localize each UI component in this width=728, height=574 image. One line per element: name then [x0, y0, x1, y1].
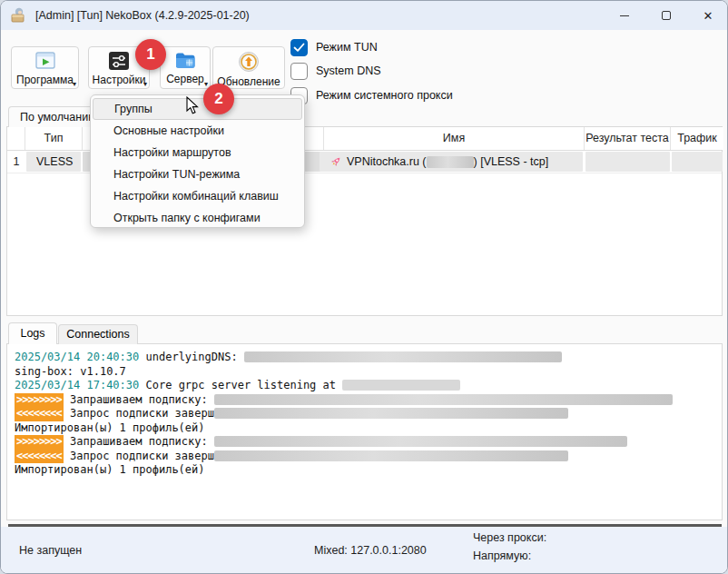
settings-button-label: Настройки	[93, 74, 146, 86]
log-line: <<<<<<<< Запрос подписки заверш	[15, 407, 722, 421]
table-corner-header	[7, 127, 25, 150]
log-line: sing-box: v1.10.7	[15, 365, 722, 380]
server-button[interactable]: Сервер ▾	[160, 46, 211, 89]
log-line: Импортирован(ы) 1 профиль(ей)	[15, 421, 722, 436]
menu-item-route-settings[interactable]: Настройки маршрутов	[91, 142, 304, 163]
update-icon	[238, 51, 260, 76]
maximize-button[interactable]	[645, 1, 687, 30]
tun-mode-checkbox-row[interactable]: Режим TUN	[290, 38, 378, 56]
menu-item-tun-settings[interactable]: Настройки TUN-режима	[91, 163, 304, 185]
profile-group-tab[interactable]: По умолчанию	[8, 106, 99, 127]
log-output: 2025/03/14 20:40:30 underlyingDNS: sing-…	[6, 343, 723, 520]
incoming-arrows-icon: <<<<<<<<	[15, 407, 64, 421]
menu-item-open-config-folder[interactable]: Открыть папку с конфигами	[91, 207, 304, 229]
system-proxy-label: Режим системного прокси	[316, 89, 453, 102]
program-button-label: Программа	[16, 74, 74, 86]
nekobox-window: [Admin] [Tun] NekoBox (4.2.9-2025-01-20)…	[0, 0, 728, 574]
log-line: <<<<<<<< Запрос подписки заверш	[15, 450, 722, 464]
log-line: 2025/03/14 17:40:30 Core grpc server lis…	[15, 379, 722, 393]
menu-item-hotkey-settings[interactable]: Настройки комбинаций клавиш	[91, 185, 304, 207]
minimize-button[interactable]	[604, 1, 645, 30]
log-line: >>>>>>>> Запрашиваем подписку:	[15, 435, 722, 450]
menu-item-basic-settings[interactable]: Основные настройки	[91, 120, 304, 142]
settings-dropdown-caret: ▾	[143, 81, 147, 88]
redacted-text	[214, 450, 568, 461]
titlebar: [Admin] [Tun] NekoBox (4.2.9-2025-01-20)…	[1, 1, 728, 30]
system-proxy-checkbox-row[interactable]: Режим системного прокси	[290, 86, 453, 104]
system-dns-label: System DNS	[316, 64, 381, 77]
incoming-arrows-icon: <<<<<<<<	[15, 450, 64, 464]
column-header-traffic[interactable]: Трафик	[671, 127, 723, 150]
server-button-label: Сервер	[166, 74, 204, 85]
server-name-suffix: ) [VLESS - tcp]	[474, 155, 549, 168]
server-name-prefix: VPNitochka.ru (	[347, 155, 427, 168]
splitter-handle[interactable]	[8, 524, 722, 527]
status-bar: Не запущен Mixed: 127.0.0.1:2080 Через п…	[1, 527, 728, 574]
update-button[interactable]: Обновление	[212, 46, 285, 89]
program-button[interactable]: Программа ▾	[11, 46, 79, 89]
run-state-label: Не запущен	[19, 544, 82, 557]
log-line: >>>>>>>> Запрашиваем подписку:	[15, 393, 722, 408]
program-icon	[34, 51, 56, 74]
system-dns-checkbox[interactable]	[290, 63, 308, 80]
server-name-redacted	[427, 156, 474, 168]
mouse-cursor-icon	[186, 96, 200, 119]
redacted-text	[244, 351, 562, 362]
system-dns-checkbox-row[interactable]: System DNS	[290, 62, 381, 80]
row-number: 1	[7, 152, 25, 172]
app-icon	[10, 7, 26, 27]
settings-icon	[108, 51, 130, 74]
tab-logs[interactable]: Logs	[8, 322, 57, 344]
mixed-port-label: Mixed: 127.0.0.1:2080	[314, 544, 427, 557]
minimize-icon	[620, 15, 629, 16]
row-test-result-cell[interactable]	[585, 152, 670, 172]
annotation-step-1-badge: 1	[135, 39, 166, 70]
column-header-test-result[interactable]: Результат теста	[585, 127, 671, 150]
check-icon	[293, 43, 305, 53]
direct-label: Напрямую:	[473, 549, 531, 562]
row-name-cell[interactable]: VPNitochka.ru ( ) [VLESS - tcp]	[320, 152, 583, 172]
outgoing-arrows-icon: >>>>>>>>	[15, 435, 64, 450]
row-traffic-cell[interactable]	[672, 152, 723, 172]
rocket-icon	[330, 155, 342, 168]
window-title: [Admin] [Tun] NekoBox (4.2.9-2025-01-20)	[35, 1, 250, 30]
close-button[interactable]: ✕	[687, 1, 728, 30]
redacted-text	[214, 408, 568, 419]
redacted-text	[214, 436, 627, 447]
tab-connections[interactable]: Connections	[58, 324, 138, 344]
row-type-cell[interactable]: VLESS	[26, 152, 81, 172]
maximize-icon	[662, 11, 671, 20]
redacted-text	[342, 380, 460, 391]
column-header-type[interactable]: Тип	[25, 127, 83, 150]
tun-mode-label: Режим TUN	[316, 41, 378, 54]
server-folder-icon	[174, 51, 196, 74]
via-proxy-label: Через прокси:	[473, 531, 546, 544]
close-icon: ✕	[703, 9, 713, 23]
column-header-name[interactable]: Имя	[324, 127, 585, 150]
program-dropdown-caret: ▾	[73, 81, 76, 88]
log-line: Импортирован(ы) 1 профиль(ей)	[15, 463, 722, 478]
annotation-step-2-badge: 2	[203, 84, 234, 114]
outgoing-arrows-icon: >>>>>>>>	[15, 393, 64, 408]
log-line: 2025/03/14 20:40:30 underlyingDNS:	[15, 351, 722, 365]
tun-mode-checkbox[interactable]	[290, 39, 308, 56]
redacted-text	[214, 394, 673, 405]
